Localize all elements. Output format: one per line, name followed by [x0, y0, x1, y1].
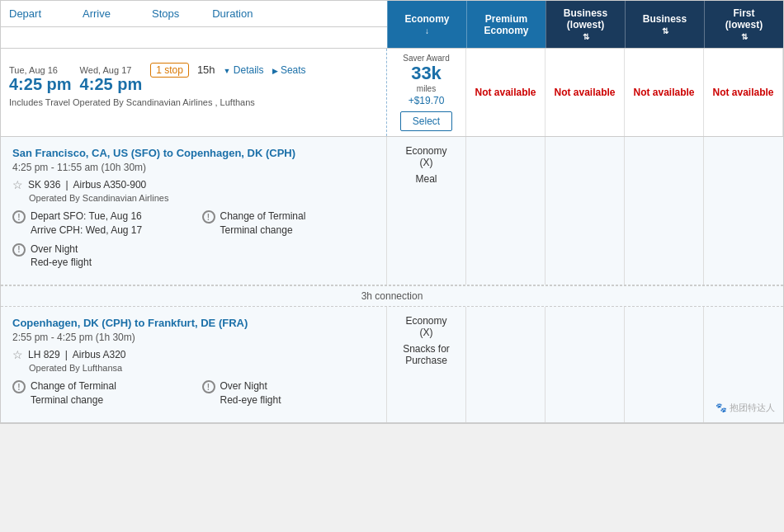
- duration-value: 15h: [197, 64, 215, 76]
- business-not-available: Not available: [625, 49, 704, 136]
- overnight-text: Over Night Red-eye flight: [31, 242, 92, 271]
- segment-2-operated-by: Operated By Lufthansa: [29, 363, 375, 373]
- watermark: 🐾 抱团特达人: [716, 402, 775, 414]
- stops-badge: 1 stop: [150, 63, 189, 78]
- first-lowest-label1: First: [733, 7, 754, 19]
- details-link[interactable]: ▼ Details: [224, 64, 264, 76]
- table-header: Depart Arrive Stops Duration Economy ↓ P…: [1, 1, 783, 49]
- info-circle-icon: !: [12, 210, 26, 224]
- segment-1-empty-col-3: [625, 137, 704, 285]
- segment-2-empty-col-3: [625, 307, 704, 422]
- segment-2-empty-col-2: [545, 307, 625, 422]
- segment-2-terminal-circle-icon: !: [12, 380, 26, 393]
- economy-header-label: Economy: [404, 13, 449, 25]
- segment-2-overnight-circle-icon: !: [202, 380, 215, 393]
- arrive-date: Wed, Aug 17: [80, 65, 143, 75]
- segment-1-service: Meal: [394, 173, 459, 185]
- segment-2-empty-col-1: [466, 307, 545, 422]
- economy-header[interactable]: Economy ↓: [387, 1, 466, 48]
- segment-1-flight-number: SK 936: [28, 179, 60, 191]
- depart-arrive-info: ! Depart SFO: Tue, Aug 16 Arrive CPH: We…: [12, 210, 186, 238]
- business-header-label: Business: [643, 13, 687, 25]
- segment-2-terminal-text: Change of Terminal Terminal change: [31, 379, 116, 407]
- segment-2-flight-number: LH 829: [28, 349, 60, 360]
- terminal-change-text: Change of Terminal Terminal change: [220, 210, 306, 238]
- segment-2-service: Snacks for Purchase: [394, 343, 459, 366]
- economy-sort-icon: ↓: [425, 26, 429, 35]
- segment-2-aircraft: Airbus A320: [73, 349, 126, 360]
- depart-date: Tue, Aug 16: [9, 65, 72, 75]
- segment-1-info-left: ! Depart SFO: Tue, Aug 16 Arrive CPH: We…: [12, 210, 186, 275]
- details-section: San Francisco, CA, US (SFO) to Copenhage…: [1, 137, 783, 423]
- segment-1-subclass: (X): [394, 157, 459, 168]
- arrive-col-header[interactable]: Arrive: [83, 7, 111, 20]
- segment-2-subclass: (X): [394, 327, 459, 338]
- includes-text: Includes Travel Operated By Scandinavian…: [9, 97, 378, 107]
- pipe-separator-2: |: [65, 349, 68, 360]
- segment-2-row: Copenhagen, DK (CPH) to Frankfurt, DE (F…: [1, 307, 783, 422]
- overnight-circle-icon: !: [12, 243, 26, 257]
- segment-2-info-right: ! Over Night Red-eye flight: [202, 379, 375, 412]
- miles-label: miles: [417, 84, 436, 93]
- connection-banner: 3h connection: [1, 285, 783, 307]
- first-lowest-header[interactable]: First (lowest) ⇅: [704, 1, 783, 48]
- flight-summary-row: Tue, Aug 16 4:25 pm Wed, Aug 17 4:25 pm …: [1, 49, 783, 137]
- arrive-time: 4:25 pm: [80, 75, 143, 94]
- terminal-circle-icon: !: [202, 210, 215, 224]
- segment-1-info-right: ! Change of Terminal Terminal change: [202, 210, 375, 275]
- segment-1-class-cols: Economy (X) Meal: [387, 137, 783, 285]
- segment-2-class: Economy: [394, 315, 459, 327]
- connection-label: 3h connection: [361, 290, 423, 302]
- segment-1-flight-info: ☆ SK 936 | Airbus A350-900: [12, 178, 375, 191]
- premium-economy-header[interactable]: Premium Economy: [466, 1, 545, 48]
- segment-1-aircraft: Airbus A350-900: [73, 179, 147, 191]
- segment-2-overnight-text: Over Night Red-eye flight: [220, 379, 281, 407]
- segment-1-row: San Francisco, CA, US (SFO) to Copenhage…: [1, 137, 783, 285]
- premium-economy-label1: Premium: [485, 13, 527, 25]
- segment-2-main: Copenhagen, DK (CPH) to Frankfurt, DE (F…: [1, 307, 387, 422]
- segment-2-class-cell: Economy (X) Snacks for Purchase: [387, 307, 466, 422]
- details-triangle-icon: ▼: [224, 67, 231, 75]
- segment-1-route: San Francisco, CA, US (SFO) to Copenhage…: [12, 147, 375, 159]
- plus-price: +$19.70: [409, 95, 445, 106]
- first-lowest-not-available: Not available: [704, 49, 783, 136]
- segment-1-times: 4:25 pm - 11:55 am (10h 30m): [12, 162, 375, 173]
- segment-1-class: Economy: [394, 145, 459, 157]
- business-lowest-label1: Business: [564, 7, 607, 19]
- segment-2-info-rows: ! Change of Terminal Terminal change ! O…: [12, 379, 375, 412]
- pipe-separator: |: [65, 179, 68, 191]
- segment-1-class-cell: Economy (X) Meal: [387, 137, 466, 285]
- segment-1-empty-col-1: [466, 137, 545, 285]
- select-button[interactable]: Select: [400, 111, 452, 131]
- depart-col-header[interactable]: Depart: [9, 7, 41, 20]
- segment-2-times: 2:55 pm - 4:25 pm (1h 30m): [12, 332, 375, 343]
- terminal-change-info: ! Change of Terminal Terminal change: [202, 210, 375, 238]
- segment-1-info-rows: ! Depart SFO: Tue, Aug 16 Arrive CPH: We…: [12, 210, 375, 275]
- first-lowest-sort-icon: ⇅: [741, 32, 748, 41]
- award-type: Saver Award: [403, 54, 450, 63]
- segment-2-route: Copenhagen, DK (CPH) to Frankfurt, DE (F…: [12, 317, 375, 329]
- business-sort-icon: ⇅: [662, 26, 668, 35]
- flight-summary-main: Tue, Aug 16 4:25 pm Wed, Aug 17 4:25 pm …: [1, 49, 387, 136]
- miles-amount: 33k: [411, 63, 442, 84]
- business-header[interactable]: Business ⇅: [625, 1, 704, 48]
- segment-1-empty-col-2: [545, 137, 625, 285]
- business-lowest-label2: (lowest): [567, 19, 604, 31]
- seats-link[interactable]: ▶ Seats: [272, 64, 306, 76]
- segment-2-overnight-info: ! Over Night Red-eye flight: [202, 379, 375, 407]
- airline-star-icon-2: ☆: [12, 348, 23, 361]
- segment-2-empty-col-4: 🐾 抱团特达人: [704, 307, 783, 422]
- segment-2-info-left: ! Change of Terminal Terminal change: [12, 379, 186, 412]
- depart-time: 4:25 pm: [9, 75, 72, 94]
- segment-1-operated-by: Operated By Scandinavian Airlines: [29, 193, 375, 203]
- stops-col-header[interactable]: Stops: [152, 7, 179, 20]
- business-lowest-header[interactable]: Business (lowest) ⇅: [545, 1, 625, 48]
- duration-col-header[interactable]: Duration: [212, 7, 253, 20]
- header-main-cols: Depart Arrive Stops Duration: [1, 1, 387, 48]
- segment-1-main: San Francisco, CA, US (SFO) to Copenhage…: [1, 137, 387, 285]
- business-lowest-sort-icon: ⇅: [583, 32, 589, 41]
- business-lowest-not-available: Not available: [545, 49, 625, 136]
- seats-triangle-icon: ▶: [272, 67, 278, 75]
- economy-price-cell: Saver Award 33k miles +$19.70 Select: [387, 49, 466, 136]
- segment-2-terminal-info: ! Change of Terminal Terminal change: [12, 379, 186, 407]
